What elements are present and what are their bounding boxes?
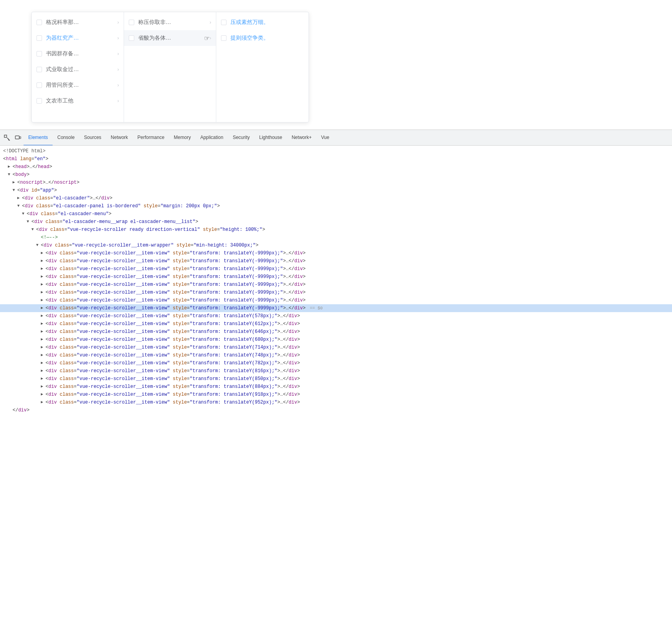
- devtools-tab-security[interactable]: Security: [228, 130, 254, 146]
- expand-arrow-icon[interactable]: [41, 391, 45, 398]
- expand-arrow-icon[interactable]: [41, 312, 45, 320]
- expand-arrow-icon[interactable]: [41, 265, 45, 272]
- expand-arrow-icon[interactable]: [13, 179, 16, 186]
- code-line[interactable]: <noscript>…</noscript>: [0, 179, 672, 186]
- device-toolbar-button[interactable]: [13, 132, 24, 143]
- code-line[interactable]: <div class="vue-recycle-scroller__item-v…: [0, 273, 672, 281]
- code-line[interactable]: <div id="app">: [0, 186, 672, 194]
- code-line[interactable]: <div class="el-cascader-panel is-bordere…: [0, 202, 672, 210]
- code-line[interactable]: <html lang="en">: [0, 155, 672, 163]
- cascader-item[interactable]: 为器红究产…›: [32, 30, 124, 46]
- code-line[interactable]: <body>: [0, 171, 672, 179]
- code-line[interactable]: <div class="vue-recycle-scroller__item-v…: [0, 281, 672, 289]
- expand-arrow-icon[interactable]: [41, 383, 45, 390]
- code-line[interactable]: <div class="vue-recycle-scroller__item-v…: [0, 391, 672, 398]
- cascader-item[interactable]: 压或素然万细。: [216, 15, 309, 30]
- cascader-item[interactable]: 用管问所变…›: [32, 77, 124, 93]
- expand-arrow-icon[interactable]: [13, 187, 16, 194]
- expand-arrow-icon[interactable]: [41, 258, 45, 265]
- expand-arrow-icon[interactable]: [41, 336, 45, 343]
- cascader-checkbox[interactable]: [37, 67, 42, 72]
- cascader-checkbox[interactable]: [37, 82, 42, 88]
- cascader-item[interactable]: 文农市工他›: [32, 93, 124, 109]
- code-line[interactable]: <div class="el-cascader-menu__wrap el-ca…: [0, 218, 672, 226]
- code-line[interactable]: <div class="vue-recycle-scroller__item-v…: [0, 375, 672, 383]
- code-line[interactable]: <!—-->: [0, 234, 672, 241]
- expand-arrow-icon[interactable]: [17, 203, 21, 210]
- code-line[interactable]: <div class="vue-recycle-scroller__item-v…: [0, 359, 672, 367]
- devtools-tab-performance[interactable]: Performance: [133, 130, 169, 146]
- expand-arrow-icon[interactable]: [41, 297, 45, 304]
- expand-arrow-icon[interactable]: [41, 273, 45, 280]
- code-line[interactable]: <div class="vue-recycle-scroller__item-v…: [0, 296, 672, 304]
- cascader-item[interactable]: 提则须空争类。: [216, 30, 309, 46]
- code-line[interactable]: <div class="vue-recycle-scroller__item-v…: [0, 289, 672, 296]
- code-line[interactable]: <div class="el-cascader">…</div>: [0, 194, 672, 202]
- devtools-tab-console[interactable]: Console: [53, 130, 79, 146]
- expand-arrow-icon[interactable]: [41, 305, 45, 312]
- code-content: <div class="vue-recycle-scroller__item-v…: [46, 289, 306, 296]
- cascader-checkbox[interactable]: [37, 51, 42, 57]
- code-line[interactable]: <div class="vue-recycle-scroller__item-v…: [0, 304, 672, 312]
- cascader-item[interactable]: 式业取金过…›: [32, 62, 124, 77]
- code-line[interactable]: <!DOCTYPE html>: [0, 147, 672, 155]
- expand-arrow-icon[interactable]: [41, 250, 45, 257]
- expand-arrow-icon[interactable]: [8, 163, 12, 170]
- devtools-tab-network[interactable]: Network: [106, 130, 133, 146]
- cascader-item[interactable]: 书因群存备…›: [32, 46, 124, 62]
- cascader-checkbox[interactable]: [129, 20, 134, 25]
- code-line[interactable]: <div class="vue-recycle-scroller ready d…: [0, 226, 672, 234]
- code-line[interactable]: <div class="vue-recycle-scroller__item-v…: [0, 367, 672, 375]
- expand-arrow-icon[interactable]: [31, 226, 35, 233]
- code-line[interactable]: </div>: [0, 406, 672, 414]
- expand-arrow-icon[interactable]: [41, 399, 45, 406]
- code-line[interactable]: <div class="vue-recycle-scroller__item-v…: [0, 383, 672, 391]
- devtools-tab-memory[interactable]: Memory: [169, 130, 195, 146]
- devtools-tab-network-plus[interactable]: Network+: [287, 130, 316, 146]
- expand-arrow-icon[interactable]: [41, 375, 45, 382]
- cascader-item[interactable]: 省酸为各体…☞›: [124, 30, 216, 46]
- expand-arrow-icon[interactable]: [41, 281, 45, 288]
- expand-arrow-icon[interactable]: [36, 242, 40, 249]
- code-line[interactable]: <head>…</head>: [0, 163, 672, 171]
- cascader-checkbox[interactable]: [221, 35, 226, 41]
- expand-arrow-icon[interactable]: [41, 344, 45, 351]
- devtools-tab-vue[interactable]: Vue: [316, 130, 334, 146]
- cascader-item[interactable]: 称压你取非…›: [124, 15, 216, 30]
- expand-arrow-icon[interactable]: [41, 328, 45, 335]
- expand-arrow-icon[interactable]: [8, 171, 12, 178]
- cascader-checkbox[interactable]: [221, 20, 226, 25]
- expand-arrow-icon[interactable]: [41, 367, 45, 375]
- code-line[interactable]: <div class="el-cascader-menu">: [0, 210, 672, 218]
- code-line[interactable]: <div class="vue-recycle-scroller__item-v…: [0, 344, 672, 351]
- code-line[interactable]: <div class="vue-recycle-scroller__item-v…: [0, 249, 672, 257]
- code-line[interactable]: <div class="vue-recycle-scroller__item-v…: [0, 336, 672, 344]
- cascader-checkbox[interactable]: [37, 98, 42, 104]
- expand-arrow-icon[interactable]: [41, 360, 45, 367]
- expand-arrow-icon: ›: [210, 20, 211, 25]
- cascader-checkbox[interactable]: [37, 20, 42, 25]
- code-line[interactable]: <div class="vue-recycle-scroller__item-v…: [0, 312, 672, 320]
- code-line[interactable]: <div class="vue-recycle-scroller__item-w…: [0, 241, 672, 249]
- cascader-checkbox[interactable]: [129, 35, 134, 41]
- expand-arrow-icon[interactable]: [41, 289, 45, 296]
- devtools-tab-sources[interactable]: Sources: [79, 130, 106, 146]
- code-line[interactable]: <div class="vue-recycle-scroller__item-v…: [0, 328, 672, 336]
- code-line[interactable]: <div class="vue-recycle-scroller__item-v…: [0, 351, 672, 359]
- devtools-tab-elements[interactable]: Elements: [24, 130, 53, 146]
- inspect-element-button[interactable]: [2, 132, 13, 143]
- code-line[interactable]: <div class="vue-recycle-scroller__item-v…: [0, 257, 672, 265]
- code-line[interactable]: <div class="vue-recycle-scroller__item-v…: [0, 265, 672, 273]
- code-content: <div class="vue-recycle-scroller__item-v…: [46, 281, 306, 288]
- expand-arrow-icon[interactable]: [22, 210, 26, 217]
- expand-arrow-icon[interactable]: [17, 195, 21, 202]
- cascader-item[interactable]: 格况科率那…›: [32, 15, 124, 30]
- expand-arrow-icon[interactable]: [41, 320, 45, 327]
- code-line[interactable]: <div class="vue-recycle-scroller__item-v…: [0, 398, 672, 406]
- code-line[interactable]: <div class="vue-recycle-scroller__item-v…: [0, 320, 672, 328]
- cascader-checkbox[interactable]: [37, 35, 42, 41]
- expand-arrow-icon[interactable]: [27, 218, 31, 225]
- expand-arrow-icon[interactable]: [41, 352, 45, 359]
- devtools-tab-lighthouse[interactable]: Lighthouse: [254, 130, 287, 146]
- devtools-tab-application[interactable]: Application: [195, 130, 228, 146]
